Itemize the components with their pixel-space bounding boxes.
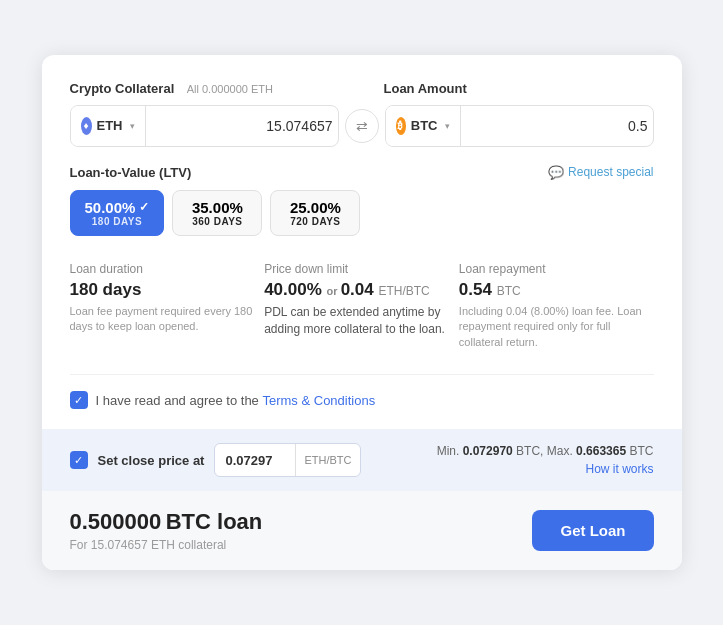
terms-checkbox[interactable]: ✓ [70, 391, 88, 409]
close-price-input[interactable] [215, 453, 295, 468]
ltv-options: 50.00% ✓ 180 DAYS 35.00% 360 DAYS 25.00%… [70, 190, 654, 236]
swap-icon: ⇄ [356, 118, 368, 134]
close-price-label: Set close price at [98, 453, 205, 468]
duration-sub: Loan fee payment required every 180 days… [70, 304, 265, 335]
ltv-option-1[interactable]: 50.00% ✓ 180 DAYS [70, 190, 165, 236]
pdl-or: or [327, 285, 341, 297]
loan-chevron-icon: ▾ [445, 121, 450, 131]
duration-col: Loan duration 180 days Loan fee payment … [70, 258, 265, 354]
close-price-right: Min. 0.072970 BTC, Max. 0.663365 BTC How… [437, 444, 654, 476]
min-max-text: Min. 0.072970 BTC, Max. 0.663365 BTC [437, 444, 654, 458]
collateral-amount-input[interactable] [146, 118, 339, 134]
input-row: ♦ ETH ▾ ⇄ ₿ BTC ▾ [70, 105, 654, 147]
loan-header: Loan Amount [376, 79, 654, 97]
loan-unit: BTC loan [166, 509, 263, 534]
min-value: 0.072970 [463, 444, 513, 458]
checkmark-icon-1: ✓ [139, 200, 149, 214]
request-special-link[interactable]: 💬 Request special [548, 165, 653, 180]
bottom-section: 0.500000 BTC loan For 15.074657 ETH coll… [42, 491, 682, 570]
collateral-header: Crypto Collateral All 0.000000 ETH [70, 79, 340, 97]
repayment-sub: Including 0.04 (8.00%) loan fee. Loan re… [459, 304, 654, 350]
ltv-percent-3: 25.00% [285, 199, 345, 216]
get-loan-button[interactable]: Get Loan [532, 510, 653, 551]
loan-currency: BTC [411, 118, 438, 133]
btc-icon: ₿ [396, 117, 406, 135]
pdl-unit: ETH/BTC [378, 284, 429, 298]
close-price-section: ✓ Set close price at ETH/BTC Min. 0.0729… [42, 429, 682, 491]
ltv-option-3[interactable]: 25.00% 720 DAYS [270, 190, 360, 236]
ltv-option-2[interactable]: 35.00% 360 DAYS [172, 190, 262, 236]
terms-link[interactable]: Terms & Conditions [262, 393, 375, 408]
close-price-left: ✓ Set close price at ETH/BTC [70, 443, 361, 477]
close-price-unit: ETH/BTC [295, 444, 359, 476]
ltv-days-2: 360 DAYS [187, 216, 247, 227]
duration-value: 180 days [70, 280, 265, 300]
terms-text: I have read and agree to the Terms & Con… [96, 393, 376, 408]
repayment-unit: BTC [497, 284, 521, 298]
details-grid: Loan duration 180 days Loan fee payment … [70, 258, 654, 354]
loan-amount-display: 0.500000 BTC loan For 15.074657 ETH coll… [70, 509, 263, 552]
pdl-sub: PDL can be extended anytime by adding mo… [264, 304, 459, 338]
ltv-days-3: 720 DAYS [285, 216, 345, 227]
close-price-input-wrap: ETH/BTC [214, 443, 360, 477]
how-it-works-link[interactable]: How it works [437, 462, 654, 476]
collateral-currency-selector[interactable]: ♦ ETH ▾ [71, 106, 146, 146]
ltv-label: Loan-to-Value (LTV) [70, 165, 192, 180]
collateral-chevron-icon: ▾ [130, 121, 135, 131]
collateral-label: Crypto Collateral [70, 81, 175, 96]
ltv-days-1: 180 DAYS [85, 216, 150, 227]
collateral-currency: ETH [97, 118, 123, 133]
repayment-col: Loan repayment 0.54 BTC Including 0.04 (… [459, 258, 654, 354]
collateral-input-group: ♦ ETH ▾ [70, 105, 339, 147]
swap-button[interactable]: ⇄ [345, 109, 379, 143]
close-price-checkbox[interactable]: ✓ [70, 451, 88, 469]
checkbox-check-icon: ✓ [74, 394, 83, 407]
loan-collateral-text: For 15.074657 ETH collateral [70, 538, 263, 552]
ltv-percent-1: 50.00% ✓ [85, 199, 150, 216]
divider [70, 374, 654, 375]
close-price-check-icon: ✓ [74, 454, 83, 467]
loan-big-amount: 0.500000 BTC loan [70, 509, 263, 535]
ltv-percent-2: 35.00% [187, 199, 247, 216]
loan-card: Crypto Collateral All 0.000000 ETH Loan … [42, 55, 682, 570]
terms-row: ✓ I have read and agree to the Terms & C… [70, 391, 654, 409]
eth-icon: ♦ [81, 117, 92, 135]
repayment-value: 0.54 BTC [459, 280, 654, 300]
max-value: 0.663365 [576, 444, 626, 458]
ltv-row: Loan-to-Value (LTV) 💬 Request special [70, 165, 654, 180]
loan-input-group: ₿ BTC ▾ [385, 105, 654, 147]
loan-big-value: 0.500000 [70, 509, 162, 534]
loan-amount-input[interactable] [461, 118, 654, 134]
repayment-title: Loan repayment [459, 262, 654, 276]
duration-title: Loan duration [70, 262, 265, 276]
card-body: Crypto Collateral All 0.000000 ETH Loan … [42, 55, 682, 429]
loan-label: Loan Amount [384, 81, 467, 96]
pdl-title: Price down limit [264, 262, 459, 276]
collateral-balance: All 0.000000 ETH [187, 83, 273, 95]
pdl-col: Price down limit 40.00% or 0.04 ETH/BTC … [264, 258, 459, 354]
chat-icon: 💬 [548, 165, 564, 180]
pdl-value: 40.00% or 0.04 ETH/BTC [264, 280, 459, 300]
loan-currency-selector[interactable]: ₿ BTC ▾ [386, 106, 461, 146]
input-headers: Crypto Collateral All 0.000000 ETH Loan … [70, 79, 654, 97]
